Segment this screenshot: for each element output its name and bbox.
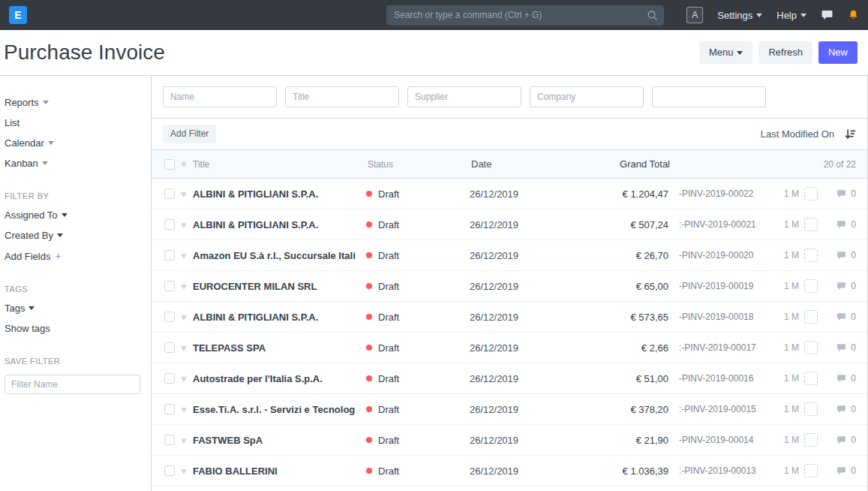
row-title[interactable]: ALBINI & PITIGLIANI S.P.A. <box>193 188 318 200</box>
filter-input-company[interactable] <box>530 86 644 107</box>
sort-direction-button[interactable] <box>842 126 858 142</box>
heart-icon[interactable]: ♥ <box>176 312 193 322</box>
row-title[interactable]: ALBINI & PITIGLIANI S.P.A. <box>193 312 318 323</box>
row-checkbox[interactable] <box>164 312 175 322</box>
column-status[interactable]: Status <box>368 159 471 170</box>
search-icon[interactable] <box>647 10 658 23</box>
table-row[interactable]: ♥ TELEPASS SPA Draft 26/12/2019 € 2,66 :… <box>152 333 867 363</box>
table-row[interactable]: ♥ Esse.Ti.A. s.r.l. - Servizi e Tecnolog… <box>152 394 867 425</box>
row-checkbox[interactable] <box>164 188 175 199</box>
heart-icon[interactable]: ♥ <box>176 405 193 414</box>
heart-icon[interactable]: ♥ <box>176 374 193 384</box>
show-tags-toggle[interactable]: Show tags <box>5 323 143 334</box>
assign-button[interactable] <box>804 187 818 200</box>
user-avatar[interactable]: A <box>686 7 703 23</box>
table-row[interactable]: ♥ ALBINI & PITIGLIANI S.P.A. Draft 26/12… <box>152 209 867 240</box>
liked-by-heart-icon[interactable]: ♥ <box>176 159 193 169</box>
notifications-bell-icon[interactable] <box>848 9 859 21</box>
row-title[interactable]: FABIO BALLERINI <box>193 465 278 477</box>
chat-icon[interactable] <box>821 9 833 21</box>
heart-icon[interactable]: ♥ <box>176 343 193 353</box>
assign-button[interactable] <box>804 218 818 231</box>
assigned-to-filter[interactable]: Assigned To <box>5 209 143 221</box>
sidebar-item-label: Kanban <box>5 158 38 169</box>
assign-button[interactable] <box>804 310 818 324</box>
filter-input-supplier[interactable] <box>407 86 521 107</box>
sidebar-item-reports[interactable]: Reports <box>5 97 143 108</box>
row-title[interactable]: ALBINI & PITIGLIANI S.P.A. <box>193 219 318 230</box>
app-logo[interactable]: E <box>9 6 27 24</box>
status-label: Draft <box>378 188 399 200</box>
new-button[interactable]: New <box>818 41 857 64</box>
row-id: -PINV-2019-00014 <box>679 435 767 445</box>
table-row[interactable]: ♥ Autostrade per l'Italia S.p.A. Draft 2… <box>152 363 867 394</box>
table-row[interactable]: ♥ Amazon EU S.à r.l., Succursale Itali D… <box>152 240 867 271</box>
help-label: Help <box>776 10 797 21</box>
comment-count: 0 <box>851 250 856 261</box>
comment-icon <box>836 404 847 414</box>
row-checkbox[interactable] <box>164 435 175 445</box>
row-title[interactable]: Amazon EU S.à r.l., Succursale Itali <box>193 250 356 261</box>
table-row[interactable]: ♥ FASTWEB SpA Draft 26/12/2019 € 21,90 -… <box>152 425 867 456</box>
menu-button[interactable]: Menu <box>699 41 753 64</box>
heart-icon[interactable]: ♥ <box>176 189 193 199</box>
row-checkbox[interactable] <box>164 465 175 476</box>
help-menu[interactable]: Help <box>776 10 806 21</box>
row-status: Draft <box>366 465 470 477</box>
result-count[interactable]: 20 of 22 <box>670 159 856 170</box>
assign-button[interactable] <box>804 402 818 416</box>
row-last-modified: 1 M <box>767 188 799 199</box>
row-title[interactable]: EUROCENTER MILAN SRL <box>193 281 317 292</box>
table-row[interactable]: ♥ FABIO BALLERINI Draft 26/12/2019 € 1.0… <box>152 456 867 486</box>
row-checkbox[interactable] <box>164 404 175 414</box>
avatar-letter: A <box>692 10 698 20</box>
heart-icon[interactable]: ♥ <box>176 251 193 261</box>
heart-icon[interactable]: ♥ <box>176 435 193 445</box>
sort-field-label[interactable]: Last Modified On <box>761 128 834 140</box>
row-title[interactable]: Esse.Ti.A. s.r.l. - Servizi e Tecnolog <box>193 404 355 415</box>
comment-count: 0 <box>851 281 856 291</box>
row-checkbox[interactable] <box>164 281 175 291</box>
row-checkbox[interactable] <box>164 219 175 230</box>
tags-filter[interactable]: Tags <box>5 303 143 314</box>
sidebar-item-kanban[interactable]: Kanban <box>5 158 143 169</box>
select-all-checkbox[interactable] <box>164 159 175 170</box>
column-title[interactable]: Title <box>193 159 368 170</box>
row-title[interactable]: FASTWEB SpA <box>193 435 263 446</box>
sidebar-item-calendar[interactable]: Calendar <box>5 137 143 149</box>
global-search-input[interactable] <box>386 5 664 26</box>
list-header: ♥ Title Status Date Grand Total 20 of 22 <box>152 150 867 179</box>
filter-name-input[interactable] <box>5 375 140 394</box>
row-title[interactable]: TELEPASS SPA <box>193 342 266 354</box>
row-date: 26/12/2019 <box>470 465 567 477</box>
refresh-button[interactable]: Refresh <box>758 41 812 64</box>
assign-button[interactable] <box>804 279 818 293</box>
add-filter-button[interactable]: Add Filter <box>163 125 216 143</box>
heart-icon[interactable]: ♥ <box>176 466 193 476</box>
table-row[interactable]: ♥ EUROCENTER MILAN SRL Draft 26/12/2019 … <box>152 271 867 302</box>
sidebar-item-list[interactable]: List <box>5 117 143 128</box>
add-fields-button[interactable]: Add Fields + <box>5 250 143 262</box>
column-date[interactable]: Date <box>471 158 569 170</box>
row-comments: 0 <box>823 435 856 445</box>
row-title[interactable]: Autostrade per l'Italia S.p.A. <box>193 373 323 384</box>
column-grand-total[interactable]: Grand Total <box>569 158 670 170</box>
app-logo-letter: E <box>14 9 21 21</box>
filter-input-extra[interactable] <box>652 86 766 107</box>
table-row[interactable]: ♥ ALBINI & PITIGLIANI S.P.A. Draft 26/12… <box>152 179 867 209</box>
assign-button[interactable] <box>804 464 818 477</box>
assign-button[interactable] <box>804 341 818 354</box>
assign-button[interactable] <box>804 249 818 262</box>
row-checkbox[interactable] <box>164 342 175 353</box>
filter-input-title[interactable] <box>285 86 399 107</box>
heart-icon[interactable]: ♥ <box>176 220 193 230</box>
heart-icon[interactable]: ♥ <box>176 282 193 291</box>
row-checkbox[interactable] <box>164 373 175 384</box>
settings-menu[interactable]: Settings <box>717 10 762 21</box>
table-row[interactable]: ♥ ALBINI & PITIGLIANI S.P.A. Draft 26/12… <box>152 302 867 333</box>
assign-button[interactable] <box>804 372 818 385</box>
created-by-filter[interactable]: Created By <box>5 230 143 241</box>
filter-input-name[interactable] <box>163 86 277 107</box>
assign-button[interactable] <box>804 433 818 447</box>
row-checkbox[interactable] <box>164 250 175 261</box>
